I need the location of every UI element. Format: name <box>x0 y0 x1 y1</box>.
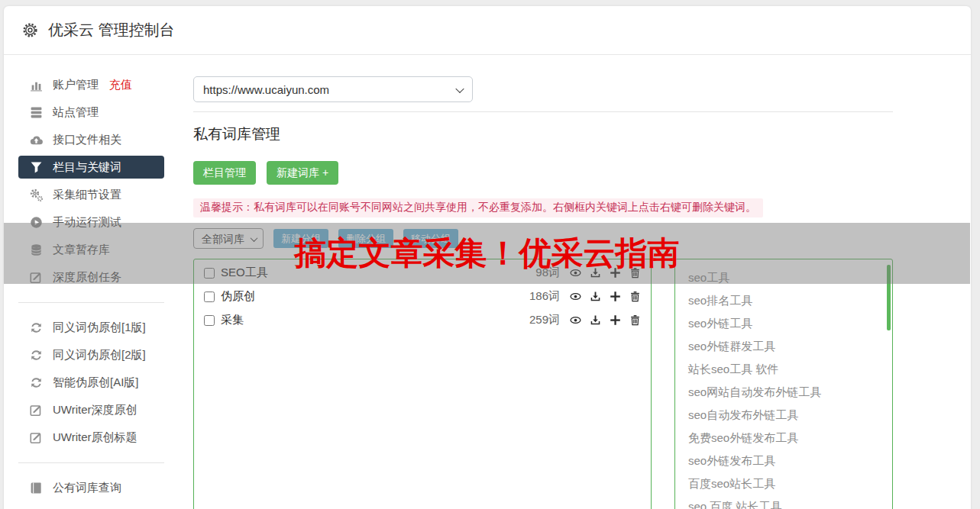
sidebar-item-manual-test[interactable]: 手动运行测试 <box>18 208 164 236</box>
sidebar-item-uwriter-deep[interactable]: UWriter深度原创 <box>18 396 164 424</box>
sidebar-item-label: 站点管理 <box>53 105 99 120</box>
sidebar-divider <box>18 462 164 463</box>
download-icon[interactable] <box>590 291 601 302</box>
group-select-wrap: 全部词库 <box>193 228 264 249</box>
sidebar-item-label: 同义词伪原创[1版] <box>53 321 146 335</box>
row-checkbox[interactable] <box>204 292 215 302</box>
sidebar-divider <box>18 302 164 303</box>
sidebar-item-columns-keywords[interactable]: 栏目与关键词 <box>18 156 164 179</box>
sidebar-item-label: 手动运行测试 <box>53 215 121 230</box>
sidebar-item-label: 智能伪原创[AI版] <box>53 375 139 390</box>
sidebar-item-label: 栏目与关键词 <box>53 160 121 175</box>
table-row: 采集 259词 <box>204 308 641 332</box>
manual-test-icon <box>30 216 43 229</box>
row-checkbox[interactable] <box>204 268 215 279</box>
thesaurus-name: 伪原创 <box>221 289 255 304</box>
sidebar-item-deep-original[interactable]: 深度原创任务 <box>18 263 164 291</box>
sidebar-item-account[interactable]: 账户管理 充值 <box>18 71 164 98</box>
word-count: 186词 <box>529 289 560 304</box>
sidebar-item-synonym-v1[interactable]: 同义词伪原创[1版] <box>18 314 164 341</box>
sites-icon <box>30 106 43 119</box>
app-header: 优采云 管理控制台 <box>4 6 971 55</box>
add-icon[interactable] <box>610 291 621 302</box>
delete-icon[interactable] <box>629 291 641 302</box>
sidebar-item-ai-pseudo[interactable]: 智能伪原创[AI版] <box>18 369 164 396</box>
sidebar-item-uwriter-title[interactable]: UWriter原创标题 <box>18 424 164 451</box>
sidebar-item-label: 文章暂存库 <box>53 243 110 257</box>
scrollbar-thumb[interactable] <box>887 265 891 330</box>
sidebar-item-content-demo[interactable]: 正文识别演示 <box>18 501 164 509</box>
sidebar-item-label: 接口文件相关 <box>53 133 121 147</box>
uwriter-icon <box>30 431 43 444</box>
sidebar-item-collect-settings[interactable]: 采集细节设置 <box>18 181 164 208</box>
new-thesaurus-button[interactable]: 新建词库 + <box>267 161 338 185</box>
thesaurus-name: SEO工具 <box>221 266 268 280</box>
sidebar-item-label: 账户管理 <box>53 78 99 92</box>
keyword-item[interactable]: seo排名工具 <box>675 289 892 312</box>
page-title: 私有词库管理 <box>193 124 893 144</box>
keyword-item[interactable]: 免费seo外链发布工具 <box>675 427 892 449</box>
sidebar: 账户管理 充值 站点管理 接口文件相关 栏目与关键词 <box>4 55 187 509</box>
row-checkbox[interactable] <box>204 315 215 326</box>
thesaurus-name: 采集 <box>221 313 244 327</box>
keyword-item[interactable]: seo网站自动发布外链工具 <box>675 381 892 404</box>
preview-icon[interactable] <box>570 291 581 302</box>
synonym-icon <box>30 321 43 334</box>
preview-icon[interactable] <box>570 267 581 279</box>
preview-icon[interactable] <box>570 314 581 326</box>
download-icon[interactable] <box>590 267 601 279</box>
site-select[interactable]: https://www.ucaiyun.com <box>193 76 473 102</box>
keyword-item[interactable]: 百度seo站长工具 <box>675 472 892 495</box>
table-row: SEO工具 98词 <box>204 261 641 285</box>
table-row: 伪原创 186词 <box>204 285 641 308</box>
word-count: 259词 <box>529 313 560 327</box>
sidebar-item-article-store[interactable]: 文章暂存库 <box>18 236 164 263</box>
delete-icon[interactable] <box>629 314 641 326</box>
columns-icon <box>30 161 43 174</box>
keyword-item[interactable]: seo外链发布工具 <box>675 449 892 472</box>
keyword-item[interactable]: seo 百度 站长工具 <box>675 495 892 509</box>
sidebar-item-label: 同义词伪原创[2版] <box>53 348 146 362</box>
sidebar-item-label: UWriter深度原创 <box>53 403 137 417</box>
sidebar-item-label: UWriter原创标题 <box>53 430 137 445</box>
column-manage-button[interactable]: 栏目管理 <box>193 161 256 185</box>
app-gear-icon <box>22 22 38 38</box>
sidebar-item-interface[interactable]: 接口文件相关 <box>18 126 164 153</box>
sidebar-item-public-thesaurus[interactable]: 公有词库查询 <box>18 474 164 501</box>
site-select-wrap: https://www.ucaiyun.com <box>193 76 473 102</box>
app-title: 优采云 管理控制台 <box>48 20 175 40</box>
keyword-item[interactable]: 站长seo工具 软件 <box>675 358 892 381</box>
keyword-item[interactable]: seo外链群发工具 <box>675 335 892 358</box>
thesaurus-filter-select[interactable]: 全部词库 <box>193 228 264 249</box>
keyword-item[interactable]: seo外链工具 <box>675 312 892 335</box>
new-group-button[interactable]: 新建分组 <box>273 229 328 248</box>
sidebar-item-synonym-v2[interactable]: 同义词伪原创[2版] <box>18 341 164 369</box>
recharge-badge[interactable]: 充值 <box>109 78 132 92</box>
synonym-icon <box>30 349 43 362</box>
move-group-button[interactable]: 移动分组 <box>403 229 458 248</box>
synonym-icon <box>30 376 43 389</box>
app-card: 优采云 管理控制台 账户管理 充值 站点管理 接口 <box>4 6 971 509</box>
sidebar-item-label: 深度原创任务 <box>53 270 121 285</box>
collect-settings-icon <box>30 188 43 201</box>
add-icon[interactable] <box>610 267 621 279</box>
divider <box>193 111 893 112</box>
interface-icon <box>30 134 43 147</box>
keyword-list-panel: seo工具 seo排名工具 seo外链工具 seo外链群发工具 站长seo工具 … <box>674 259 893 509</box>
thesaurus-list-panel: SEO工具 98词 伪原创 186词 <box>193 259 652 509</box>
sidebar-item-sites[interactable]: 站点管理 <box>18 98 164 126</box>
sidebar-item-label: 公有词库查询 <box>53 481 121 495</box>
uwriter-icon <box>30 404 43 417</box>
word-count: 98词 <box>535 266 560 280</box>
keyword-item[interactable]: seo自动发布外链工具 <box>675 404 892 427</box>
keyword-item[interactable]: seo工具 <box>675 266 892 289</box>
public-thesaurus-icon <box>30 482 43 495</box>
download-icon[interactable] <box>590 314 601 326</box>
add-icon[interactable] <box>610 314 621 326</box>
delete-group-button[interactable]: 删除分组 <box>338 229 393 248</box>
sidebar-item-label: 采集细节设置 <box>53 188 121 202</box>
delete-icon[interactable] <box>629 267 641 279</box>
deep-original-icon <box>30 271 43 284</box>
main-content: https://www.ucaiyun.com 私有词库管理 栏目管理 新建词库… <box>187 55 972 509</box>
tip-banner: 温馨提示：私有词库可以在同账号不同网站之间共享使用，不必重复添加。右侧框内关键词… <box>193 198 763 217</box>
